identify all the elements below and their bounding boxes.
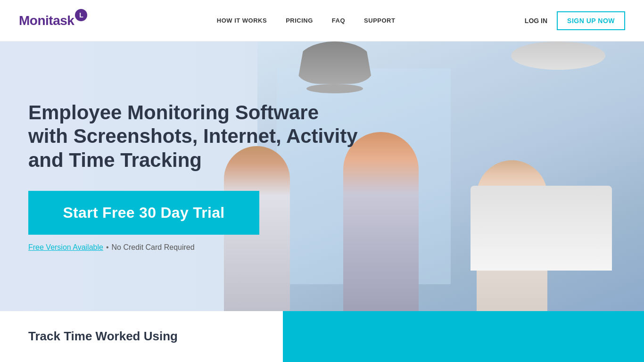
laptop <box>471 186 612 271</box>
nav-faq[interactable]: FAQ <box>332 17 345 24</box>
hero-content: Employee Monitoring Software with Screen… <box>28 101 358 252</box>
nav-how-it-works[interactable]: HOW IT WORKS <box>217 17 267 24</box>
lamp-bottom <box>306 84 363 93</box>
lamp-shade <box>297 41 372 84</box>
login-link[interactable]: LOG IN <box>525 17 547 25</box>
ceiling-lamp-right <box>511 41 605 70</box>
ceiling-lamp <box>297 41 372 93</box>
no-credit-card-text: No Credit Card Required <box>112 243 195 252</box>
header: Monitask HOW IT WORKS PRICING FAQ SUPPOR… <box>0 0 644 41</box>
logo-text: Monitask <box>19 13 87 28</box>
bottom-cyan-block <box>283 311 644 362</box>
hero-section: Employee Monitoring Software with Screen… <box>0 41 644 311</box>
bottom-title: Track Time Worked Using <box>28 329 178 345</box>
nav-pricing[interactable]: PRICING <box>286 17 313 24</box>
cta-button[interactable]: Start Free 30 Day Trial <box>28 191 259 235</box>
hero-title: Employee Monitoring Software with Screen… <box>28 101 358 172</box>
header-actions: LOG IN SIGN UP NOW <box>525 11 625 30</box>
free-version-area: Free Version Available • No Credit Card … <box>28 243 358 252</box>
bullet-separator: • <box>106 243 109 252</box>
signup-button[interactable]: SIGN UP NOW <box>557 11 625 30</box>
nav-support[interactable]: SUPPORT <box>364 17 395 24</box>
bottom-section: Track Time Worked Using <box>0 311 644 362</box>
logo-icon <box>75 9 87 21</box>
free-version-link[interactable]: Free Version Available <box>28 243 103 252</box>
main-nav: HOW IT WORKS PRICING FAQ SUPPORT <box>217 17 396 24</box>
logo[interactable]: Monitask <box>19 13 87 28</box>
bottom-left: Track Time Worked Using <box>0 311 283 362</box>
